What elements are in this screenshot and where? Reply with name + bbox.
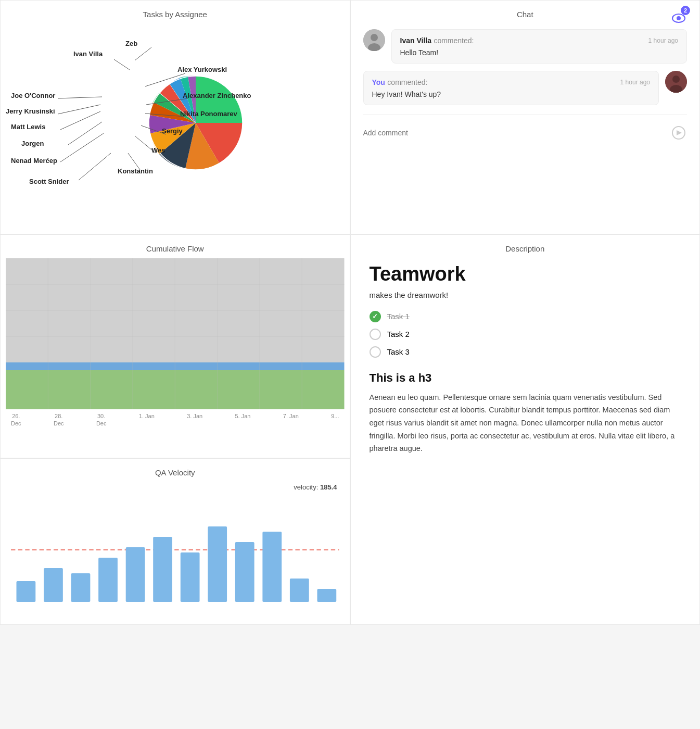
description-h3: This is a h3 bbox=[370, 371, 681, 385]
x-label-3: 1. Jan bbox=[139, 412, 155, 428]
x-label-7: 9... bbox=[331, 412, 339, 428]
qa-velocity-panel: QA Velocity velocity: 185.4 bbox=[0, 458, 350, 625]
chat-message-2: You commented: 1 hour ago Hey Ivan! What… bbox=[363, 71, 688, 105]
x-label-4: 3. Jan bbox=[187, 412, 202, 428]
label-joe-oconnor: Joe O'Connor bbox=[11, 92, 55, 99]
message-text-2: Hey Ivan! What's up? bbox=[372, 90, 651, 98]
x-label-1: 28.Dec bbox=[54, 412, 64, 428]
chat-panel-title: Chat bbox=[351, 1, 700, 24]
chat-send-icon[interactable] bbox=[670, 124, 687, 141]
tasks-by-assignee-panel: Tasks by Assignee bbox=[0, 0, 350, 234]
main-grid: Tasks by Assignee bbox=[0, 0, 700, 625]
label-sergiy: Sergiy bbox=[162, 127, 183, 135]
chat-input[interactable] bbox=[363, 129, 666, 137]
velocity-panel-title: QA Velocity bbox=[1, 459, 350, 482]
svg-point-16 bbox=[677, 16, 681, 20]
svg-rect-39 bbox=[44, 568, 63, 602]
label-ivan-villa: Ivan Villa bbox=[73, 50, 103, 58]
task-item-3: Task 3 bbox=[370, 346, 681, 358]
description-content: Teamwork makes the dreamwork! Task 1 Tas… bbox=[351, 258, 700, 455]
label-jorgen: Jorgen bbox=[21, 140, 44, 147]
task-label-3: Task 3 bbox=[387, 347, 410, 356]
message-bubble-2: You commented: 1 hour ago Hey Ivan! What… bbox=[363, 71, 659, 105]
send-icon-svg bbox=[671, 125, 686, 140]
x-label-5: 5. Jan bbox=[235, 412, 251, 428]
pie-container: Ivan Villa Zeb Alex Yurkowski Joe O'Conn… bbox=[1, 24, 350, 222]
task-list: Task 1 Task 2 Task 3 bbox=[370, 311, 681, 358]
avatar-you-svg bbox=[665, 71, 687, 93]
flow-x-axis: 26.Dec 28.Dec 30.Dec 1. Jan 3. Jan 5. Ja… bbox=[6, 409, 345, 428]
svg-rect-42 bbox=[126, 547, 145, 602]
message-text-1: Hello Team! bbox=[400, 48, 679, 57]
label-matt-lewis: Matt Lewis bbox=[11, 123, 45, 131]
task-check-3[interactable] bbox=[370, 346, 381, 358]
label-scott-snider: Scott Snider bbox=[29, 178, 69, 185]
eye-icon[interactable]: 2 bbox=[669, 8, 688, 27]
description-subtitle: makes the dreamwork! bbox=[370, 291, 681, 299]
message-author-1: Ivan Villa commented: bbox=[400, 36, 474, 45]
svg-rect-40 bbox=[71, 573, 91, 602]
message-header-2: You commented: 1 hour ago bbox=[372, 78, 651, 87]
svg-rect-44 bbox=[181, 552, 200, 602]
svg-rect-45 bbox=[208, 526, 227, 602]
label-alex-yurkowski: Alex Yurkowski bbox=[177, 66, 227, 73]
label-wes: Wes bbox=[151, 146, 166, 154]
task-label-2: Task 2 bbox=[387, 330, 410, 338]
label-nikita-ponomarev: Nikita Ponomarev bbox=[180, 110, 237, 118]
svg-point-21 bbox=[672, 76, 680, 83]
svg-point-18 bbox=[371, 34, 378, 41]
message-bubble-1: Ivan Villa commented: 1 hour ago Hello T… bbox=[391, 29, 688, 64]
task-item-1: Task 1 bbox=[370, 311, 681, 322]
chat-panel: Chat 2 bbox=[350, 0, 701, 234]
description-body: Aenean eu leo quam. Pellentesque ornare … bbox=[370, 391, 681, 455]
svg-rect-38 bbox=[17, 581, 36, 602]
description-heading: Teamwork bbox=[370, 263, 681, 285]
velocity-chart-area bbox=[1, 495, 350, 610]
svg-rect-46 bbox=[235, 542, 254, 602]
svg-rect-49 bbox=[317, 589, 336, 602]
velocity-chart-svg bbox=[11, 495, 339, 605]
description-panel-title: Description bbox=[351, 235, 700, 258]
svg-rect-47 bbox=[262, 532, 282, 602]
label-konstantin: Konstantin bbox=[118, 167, 153, 175]
message-header-1: Ivan Villa commented: 1 hour ago bbox=[400, 36, 679, 45]
task-item-2: Task 2 bbox=[370, 329, 681, 340]
label-nenad-mercep: Nenad Merćep bbox=[11, 157, 57, 165]
velocity-value: 185.4 bbox=[320, 483, 337, 491]
svg-rect-43 bbox=[153, 537, 172, 602]
flow-chart-area: 26.Dec 28.Dec 30.Dec 1. Jan 3. Jan 5. Ja… bbox=[1, 258, 350, 425]
bottom-left: Cumulative Flow bbox=[0, 234, 350, 625]
task-label-1: Task 1 bbox=[387, 312, 410, 321]
chat-eye-badge[interactable]: 2 bbox=[669, 8, 688, 29]
svg-rect-41 bbox=[98, 558, 118, 602]
task-check-2[interactable] bbox=[370, 329, 381, 340]
svg-rect-48 bbox=[290, 579, 309, 602]
flow-panel-title: Cumulative Flow bbox=[1, 235, 350, 258]
velocity-header: velocity: 185.4 bbox=[1, 482, 350, 495]
label-alexander-zinchenko: Alexander Zinchenko bbox=[183, 92, 251, 99]
cumulative-flow-panel: Cumulative Flow bbox=[0, 234, 350, 458]
chat-messages: Ivan Villa commented: 1 hour ago Hello T… bbox=[351, 24, 700, 105]
avatar-ivan-svg bbox=[363, 29, 385, 51]
label-jerry-krusinski: Jerry Krusinski bbox=[6, 107, 55, 115]
x-label-2: 30.Dec bbox=[96, 412, 107, 428]
task-check-1[interactable] bbox=[370, 311, 381, 322]
tasks-panel-title: Tasks by Assignee bbox=[1, 1, 350, 24]
chat-message-1: Ivan Villa commented: 1 hour ago Hello T… bbox=[363, 29, 688, 64]
avatar-ivan bbox=[363, 29, 385, 51]
x-label-0: 26.Dec bbox=[11, 412, 21, 428]
avatar-you bbox=[665, 71, 687, 93]
velocity-label: velocity: bbox=[294, 483, 318, 491]
x-label-6: 7. Jan bbox=[283, 412, 299, 428]
description-panel: Description Teamwork makes the dreamwork… bbox=[350, 234, 701, 625]
pie-labels: Ivan Villa Zeb Alex Yurkowski Joe O'Conn… bbox=[1, 24, 350, 222]
label-zeb: Zeb bbox=[125, 40, 137, 47]
message-author-2: You commented: bbox=[372, 78, 428, 87]
eye-badge-count: 2 bbox=[681, 6, 690, 15]
flow-chart-svg bbox=[6, 258, 345, 409]
chat-input-row bbox=[363, 115, 688, 141]
